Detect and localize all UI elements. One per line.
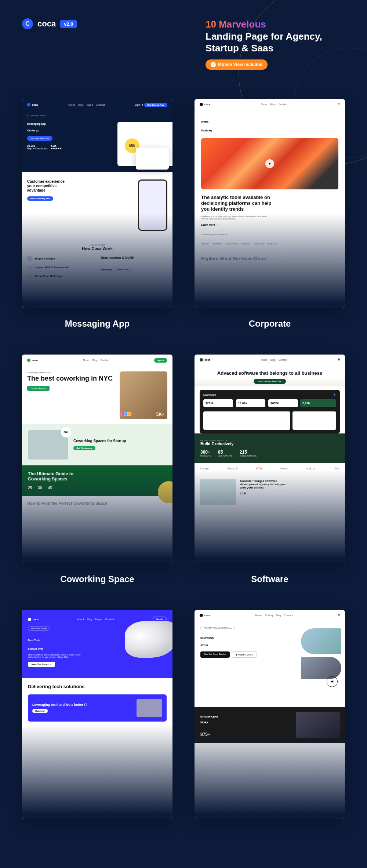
mini-logo: coca: [200, 103, 210, 106]
hero-images: [301, 628, 341, 679]
cell-software: coca AboutBlogContact ☰ Advaced software…: [195, 355, 345, 584]
check-icon: ✓: [211, 62, 216, 67]
hero-cta[interactable]: Get Workspace: [27, 386, 50, 391]
mobile-pill: ✓ Mobile View Included: [206, 59, 268, 70]
hero-title: Advaced software that belongs to all bus…: [201, 370, 338, 376]
subtitle: The analytic tools available on decision…: [201, 195, 278, 213]
hero-desc: That's a startup that's making the world…: [28, 654, 87, 658]
mini-nav: AboutBlogContact: [261, 103, 287, 106]
hero-title: AnalyticDecisioning: [201, 115, 338, 133]
mini-logo: coca: [28, 618, 39, 621]
hero-cta[interactable]: Meet The Expert →: [28, 662, 55, 667]
preview-corporate[interactable]: coca AboutBlogContact ☰ AnalyticDecision…: [195, 99, 345, 308]
sec2-title: Delivering tech solutions: [28, 684, 167, 689]
hero-cta[interactable]: Start 14 Days Free Trial: [254, 379, 286, 384]
cell-corporate: coca AboutBlogContact ☰ AnalyticDecision…: [195, 99, 345, 329]
sec3-title: The Ultimate Guide to Coworking Spaces: [28, 471, 79, 482]
house-image-1: [301, 628, 341, 654]
section-guide: The Ultimate Guide to Coworking Spaces 2…: [22, 465, 172, 496]
sec2-cta[interactable]: Read Usability Test: [27, 196, 53, 201]
intro-block: 10 Marvelous Landing Page for Agency, St…: [206, 18, 345, 70]
mini-logo: coca: [200, 614, 210, 617]
dashboard-mockup: Dashboard👤 $281k19.02k$859k 2,190: [200, 390, 340, 433]
mini-nav: AboutBlogContact: [261, 359, 287, 361]
preview-ecohouse[interactable]: coca HomePricingBlogContact ☰ PROPERTY S…: [195, 610, 345, 818]
play-icon[interactable]: ▶: [265, 159, 274, 168]
case-studies-button[interactable]: See Our Case Studies: [200, 651, 230, 658]
float-card-2: [136, 148, 169, 170]
feature-icon: [27, 265, 32, 270]
mini-nav: HomePricingBlogContact: [255, 614, 292, 617]
headline: 10 Marvelous Landing Page for Agency, St…: [206, 18, 345, 54]
preview-coworking[interactable]: coca AboutBlogContact Sign In Coworking …: [22, 355, 172, 563]
sec3-title: How Coca Work: [27, 246, 167, 251]
section-agency: Consider hiring a software development a…: [195, 474, 345, 510]
sec2-image: 30+: [28, 430, 68, 460]
headline-accent: 10 Marvelous: [206, 19, 266, 30]
brand: C coca v2.0: [22, 18, 77, 29]
section-work: MAGNIFICENTWORK 875+: [195, 707, 345, 743]
sec4-title: How to Find the Perfect Coworking Space: [22, 496, 172, 511]
signin-link[interactable]: Sign In: [135, 103, 143, 106]
mini-nav: AboutBlogContact: [83, 359, 109, 362]
stat-875: 875+: [200, 732, 339, 737]
sec2-title: Build Exclusively: [200, 442, 339, 446]
brand-logos: CanonUnileverCoca-ColaLenovoMicrosoftama…: [201, 242, 338, 245]
feature-icon: [27, 273, 32, 279]
cell-tech: coca AboutBlogPagesContact Sign In World…: [22, 610, 172, 818]
brand-name: coca: [37, 19, 56, 29]
sec2-cta[interactable]: Get Workspace: [73, 446, 95, 450]
cta-button[interactable]: Get Started Free: [144, 103, 167, 107]
caption-corporate: Corporate: [249, 319, 291, 329]
mini-logo: coca: [27, 103, 38, 106]
section-how-it-works: HOW IT WORK How Coca Work Simple & Uniqu…: [22, 238, 172, 288]
stat-5k: 5K+: [156, 412, 164, 417]
section-experience: Customer experience your competitive adv…: [22, 172, 172, 238]
caption-messaging: Messaging App: [65, 319, 130, 329]
caption-coworking: Coworking Space: [60, 574, 134, 584]
description: Analytics is a lot more than just spread…: [201, 215, 275, 220]
hero-tag: PROPERTY SOLUTION FOR ALL: [200, 626, 235, 630]
read-button[interactable]: Read our: [32, 709, 48, 713]
star-badge: ✦: [327, 676, 338, 687]
brand-logos: GoogleMicrosoftOYOFedExamazonOLA: [195, 463, 345, 474]
cell-messaging: coca AboutBlogPagesContact Sign In Get S…: [22, 99, 172, 329]
hero-eyebrow: #1 Advanced & Modern: [27, 115, 167, 117]
section-startup: 30+ Coworking Spaces for Startup Get Wor…: [22, 424, 172, 465]
mini-nav: AboutBlogPagesContact: [68, 103, 105, 106]
hero-image: ▶: [201, 138, 338, 189]
signin-button[interactable]: Sign In: [154, 358, 167, 363]
yellow-circle: [158, 481, 172, 503]
chart-bar: [292, 411, 336, 430]
mini-logo: coca: [27, 359, 38, 362]
explore-title: Explore What We Have Done: [201, 256, 338, 261]
cell-coworking: coca AboutBlogContact Sign In Coworking …: [22, 355, 172, 584]
caption-software: Software: [251, 574, 288, 584]
menu-icon[interactable]: ☰: [338, 358, 340, 361]
preview-software[interactable]: coca AboutBlogContact ☰ Advaced software…: [195, 355, 345, 563]
menu-icon[interactable]: ☰: [338, 614, 340, 617]
hero-cta[interactable]: 14 Days Free Trial: [27, 136, 52, 141]
watch-demo-button[interactable]: ▶ Watch A Demo: [232, 651, 257, 658]
mini-logo: coca: [200, 358, 210, 362]
work-image: [296, 712, 340, 738]
sec2-title: Coworking Spaces for Startup: [73, 439, 126, 443]
pill-label: Mobile View Included: [218, 62, 262, 67]
feature-icon: [27, 256, 32, 261]
section-build: UP OR BUILD WEBSITE Build Exclusively 30…: [195, 433, 345, 463]
sec2-title: Customer experience your competitive adv…: [27, 179, 71, 193]
cell-ecohouse: coca HomePricingBlogContact ☰ PROPERTY S…: [195, 610, 345, 818]
menu-icon[interactable]: ☰: [338, 103, 340, 106]
section-solutions: Delivering tech solutions Leveraging tec…: [22, 678, 172, 727]
robot-hand: [125, 621, 172, 658]
learn-more-link[interactable]: Learn more →: [201, 224, 218, 226]
feature-box: Leveraging tech to drive a better ITRead…: [28, 694, 167, 722]
preview-messaging[interactable]: coca AboutBlogPagesContact Sign In Get S…: [22, 99, 172, 308]
price-btn[interactable]: Get in touch: [114, 267, 133, 272]
preview-tech[interactable]: coca AboutBlogPagesContact Sign In World…: [22, 610, 172, 818]
sec3-image: [200, 479, 236, 505]
hero-title: The best coworking in NYC: [27, 375, 115, 382]
hero-tag: Coworking Space for All: [27, 371, 115, 374]
preview-grid: coca AboutBlogPagesContact Sign In Get S…: [0, 70, 367, 841]
trusted-label: Trusted by great companies: [201, 233, 338, 236]
